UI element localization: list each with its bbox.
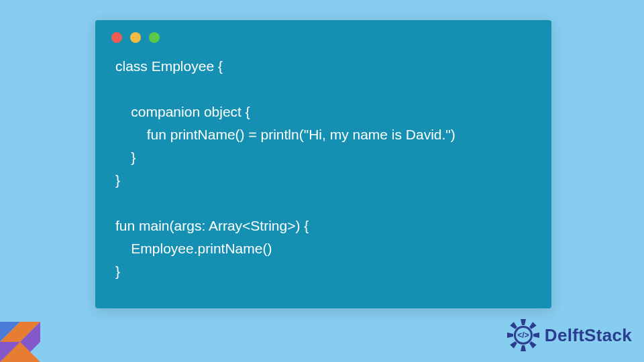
svg-marker-11 [507,333,513,338]
delftstack-logo: </> DelftStack [506,318,632,353]
svg-marker-9 [521,345,526,351]
svg-marker-7 [533,333,539,338]
kotlin-logo-icon [0,322,40,362]
delftstack-wordmark: DelftStack [545,325,632,346]
code-block: class Employee { companion object { fun … [95,50,551,296]
maximize-icon [149,32,160,43]
svg-marker-5 [521,319,526,325]
minimize-icon [130,32,141,43]
code-panel: class Employee { companion object { fun … [95,20,551,308]
close-icon [111,32,122,43]
delftstack-badge-icon: </> [506,318,541,353]
svg-text:</>: </> [517,330,529,340]
window-controls [95,20,551,50]
